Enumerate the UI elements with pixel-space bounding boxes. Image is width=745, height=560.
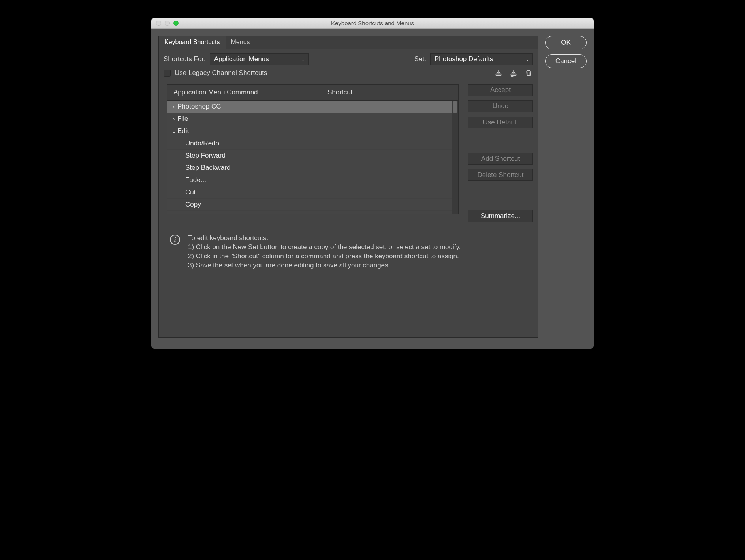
table-header: Application Menu Command Shortcut — [167, 84, 459, 101]
save-set-icon[interactable] — [494, 69, 503, 77]
table-row[interactable]: ›File — [167, 113, 452, 125]
cancel-button[interactable]: Cancel — [545, 54, 587, 68]
middle-area: Application Menu Command Shortcut ›Photo… — [159, 81, 538, 222]
set-icon-buttons — [494, 69, 533, 77]
close-window-button[interactable] — [156, 21, 161, 26]
chevron-down-icon: ⌄ — [525, 56, 529, 62]
zoom-window-button[interactable] — [173, 21, 179, 26]
tab-menus[interactable]: Menus — [226, 36, 256, 49]
shortcuts-table: Application Menu Command Shortcut ›Photo… — [167, 84, 459, 218]
info-text: To edit keyboard shortcuts: 1) Click on … — [188, 234, 461, 270]
dialog-buttons: OK Cancel — [545, 36, 587, 338]
action-buttons: Accept Undo Use Default Add Shortcut Del… — [468, 84, 533, 222]
legacy-row: Use Legacy Channel Shortcuts — [159, 68, 538, 81]
set-value: Photoshop Defaults — [435, 55, 493, 63]
scroll-thumb[interactable] — [453, 101, 457, 113]
new-set-icon[interactable] — [509, 69, 518, 77]
info-icon: i — [170, 235, 180, 245]
table-row[interactable]: Step Backward — [167, 162, 452, 174]
table-row[interactable]: Step Forward — [167, 150, 452, 162]
minimize-window-button[interactable] — [165, 21, 170, 26]
caret-down-icon: ⌄ — [170, 128, 177, 134]
titlebar: Keyboard Shortcuts and Menus — [151, 18, 594, 29]
info-line-3: 3) Save the set when you are done editin… — [188, 261, 461, 270]
ok-button[interactable]: OK — [545, 36, 587, 49]
svg-point-4 — [514, 76, 514, 77]
table-row[interactable]: Cut — [167, 186, 452, 199]
info-box: i To edit keyboard shortcuts: 1) Click o… — [159, 222, 538, 270]
shortcuts-for-value: Application Menus — [214, 55, 269, 63]
table-row[interactable]: Undo/Redo — [167, 137, 452, 150]
chevron-down-icon: ⌄ — [301, 56, 305, 62]
shortcuts-for-dropdown[interactable]: Application Menus ⌄ — [210, 53, 309, 65]
main-panel: Keyboard Shortcuts Menus Shortcuts For: … — [158, 36, 538, 338]
legacy-checkbox[interactable] — [164, 70, 171, 77]
table-row[interactable]: ⌄Edit — [167, 125, 452, 137]
info-line-2: 2) Click in the "Shortcut" column for a … — [188, 252, 461, 261]
svg-rect-1 — [511, 74, 516, 76]
accept-button[interactable]: Accept — [468, 84, 533, 96]
svg-point-2 — [511, 76, 512, 77]
legacy-label: Use Legacy Channel Shortcuts — [175, 69, 267, 77]
table-row[interactable]: Fade... — [167, 174, 452, 186]
tab-keyboard-shortcuts[interactable]: Keyboard Shortcuts — [159, 36, 226, 49]
svg-point-3 — [512, 76, 513, 77]
col-command: Application Menu Command — [167, 85, 321, 100]
shortcuts-for-label: Shortcuts For: — [164, 55, 206, 63]
set-label: Set: — [414, 55, 426, 63]
trash-icon[interactable] — [524, 69, 533, 77]
scrollbar[interactable] — [452, 101, 458, 214]
caret-right-icon: › — [170, 104, 177, 110]
dialog-content: Keyboard Shortcuts Menus Shortcuts For: … — [151, 29, 594, 349]
table-row[interactable]: ›Photoshop CC — [167, 101, 452, 113]
tab-bar: Keyboard Shortcuts Menus — [159, 36, 538, 49]
add-shortcut-button[interactable]: Add Shortcut — [468, 153, 533, 165]
window-controls — [156, 21, 179, 26]
set-dropdown[interactable]: Photoshop Defaults ⌄ — [430, 53, 533, 65]
controls-row: Shortcuts For: Application Menus ⌄ Set: … — [159, 49, 538, 68]
svg-rect-0 — [496, 74, 501, 76]
dialog-window: Keyboard Shortcuts and Menus Keyboard Sh… — [151, 18, 594, 349]
info-line-1: 1) Click on the New Set button to create… — [188, 243, 461, 252]
caret-right-icon: › — [170, 116, 177, 122]
table-body: ›Photoshop CC ›File ⌄Edit Undo/Redo Step… — [167, 101, 452, 214]
delete-shortcut-button[interactable]: Delete Shortcut — [468, 169, 533, 181]
window-title: Keyboard Shortcuts and Menus — [151, 20, 594, 26]
info-heading: To edit keyboard shortcuts: — [188, 234, 461, 243]
use-default-button[interactable]: Use Default — [468, 117, 533, 128]
col-shortcut: Shortcut — [321, 85, 458, 100]
table-row[interactable]: Copy — [167, 199, 452, 211]
table-body-wrap: ›Photoshop CC ›File ⌄Edit Undo/Redo Step… — [167, 101, 459, 214]
undo-button[interactable]: Undo — [468, 100, 533, 112]
summarize-button[interactable]: Summarize... — [468, 210, 533, 222]
